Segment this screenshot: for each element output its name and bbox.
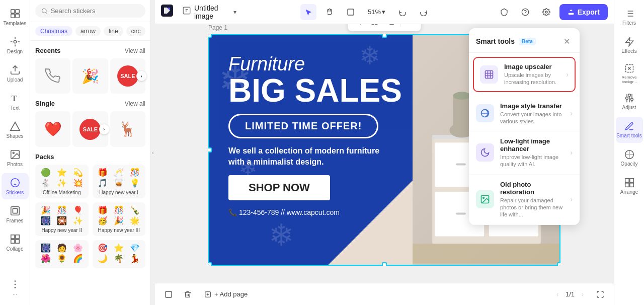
recents-view-all[interactable]: View all bbox=[125, 47, 145, 54]
canvas-title-1: Furniture bbox=[228, 54, 305, 73]
prev-page-btn[interactable]: ‹ bbox=[551, 288, 564, 300]
tag-christmas[interactable]: Christmas bbox=[35, 26, 72, 36]
single-sticker-0[interactable]: ❤️ bbox=[35, 111, 70, 146]
canvas-more-btn[interactable]: ··· bbox=[403, 24, 418, 29]
svg-rect-15 bbox=[11, 240, 14, 243]
smart-tool-low-light-enhancer[interactable]: Low-light image enhancer Improve low-lig… bbox=[469, 131, 580, 175]
smart-tool-image-style-transfer[interactable]: Image style transfer Convert your images… bbox=[469, 96, 580, 132]
svg-rect-11 bbox=[11, 207, 19, 215]
search-box[interactable] bbox=[35, 4, 145, 18]
right-tool-remove-bg[interactable]: Remove backgr... bbox=[616, 60, 643, 87]
old-photo-restoration-desc: Repair your damaged photos or bring them… bbox=[500, 197, 564, 218]
single-view-all[interactable]: View all bbox=[125, 100, 145, 107]
pack-extra-2[interactable]: 🎯⭐💎 🌙🌴💃 bbox=[93, 240, 146, 268]
canvas-grid-btn[interactable] bbox=[367, 24, 382, 29]
tag-arrow[interactable]: arrow bbox=[75, 26, 101, 36]
undo-icon bbox=[398, 8, 407, 16]
app-logo-icon bbox=[161, 5, 173, 17]
svg-rect-80 bbox=[629, 179, 633, 183]
logo[interactable] bbox=[161, 5, 173, 19]
frame-icon bbox=[347, 8, 355, 16]
recents-nav-arrow[interactable]: › bbox=[136, 71, 146, 81]
sidebar-item-collage[interactable]: Collage bbox=[2, 230, 29, 256]
fullscreen-btn[interactable] bbox=[593, 287, 608, 302]
svg-text:T: T bbox=[11, 94, 17, 103]
smart-tool-image-upscaler[interactable]: Image upscaler Upscale images by increas… bbox=[473, 57, 576, 92]
add-page-icon bbox=[204, 291, 211, 298]
right-tool-smart-tools[interactable]: Smart tools bbox=[616, 117, 643, 143]
right-tool-adjust[interactable]: Adjust bbox=[616, 89, 643, 115]
redo-btn[interactable] bbox=[416, 4, 432, 20]
pack-extra-1[interactable]: 🎆🧑🌸 🌺🌻🌈 bbox=[35, 240, 89, 268]
recent-sticker-2[interactable]: SALE › bbox=[110, 58, 145, 94]
image-upscaler-desc: Upscale images by increasing resolution. bbox=[504, 71, 560, 86]
sidebar-item-upload[interactable]: Upload bbox=[2, 60, 29, 87]
export-button[interactable]: Export bbox=[559, 4, 608, 20]
shield-icon-btn[interactable] bbox=[496, 4, 512, 20]
right-tool-filters[interactable]: Filters bbox=[616, 4, 643, 30]
select-tool-btn[interactable] bbox=[300, 4, 316, 20]
tag-line[interactable]: line bbox=[104, 26, 123, 36]
pack-happy-new-year-1[interactable]: 🎁🥂🎊 🎵🥃💡 Happy new year I bbox=[93, 165, 146, 198]
document-chevron-icon[interactable]: ▾ bbox=[233, 9, 236, 16]
zoom-control[interactable]: 51% ▾ bbox=[364, 6, 389, 18]
help-icon bbox=[521, 8, 529, 16]
svg-marker-68 bbox=[625, 38, 633, 46]
single-title: Single bbox=[35, 100, 55, 107]
sidebar-item-text[interactable]: T Text bbox=[2, 89, 29, 115]
frame-tool-btn[interactable] bbox=[343, 4, 359, 20]
right-tool-arrange[interactable]: Arrange bbox=[616, 173, 643, 199]
sidebar-item-templates[interactable]: Templates bbox=[2, 4, 29, 30]
filters-icon bbox=[624, 9, 634, 19]
tag-circ[interactable]: circ bbox=[126, 26, 146, 36]
sidebar-item-shapes[interactable]: Shapes bbox=[2, 117, 29, 143]
document-name[interactable]: Untitled image bbox=[194, 4, 230, 20]
add-page-btn[interactable]: + Add page bbox=[199, 288, 253, 300]
delete-icon bbox=[184, 290, 192, 298]
settings-icon bbox=[542, 8, 550, 16]
page-counter: 1/1 bbox=[566, 290, 575, 298]
filters-label: Filters bbox=[622, 20, 636, 26]
sidebar-item-stickers[interactable]: Stickers bbox=[2, 173, 29, 199]
sticker-content: Recents View all 🎉 SALE › Single View al… bbox=[30, 41, 150, 305]
canvas-copy-btn[interactable] bbox=[383, 24, 398, 29]
sidebar-item-design[interactable]: Design bbox=[2, 32, 29, 58]
help-icon-btn[interactable] bbox=[517, 4, 533, 20]
recent-sticker-1[interactable]: 🎉 bbox=[72, 58, 108, 94]
sidebar-item-upload-label: Upload bbox=[7, 77, 23, 83]
right-tool-opacity[interactable]: Opacity bbox=[616, 145, 643, 171]
smart-tool-old-photo-restoration[interactable]: Old photo restoration Repair your damage… bbox=[469, 175, 580, 225]
search-input[interactable] bbox=[51, 7, 139, 15]
page-options-btn[interactable] bbox=[161, 287, 176, 302]
canvas-title-2: BIG SALES bbox=[228, 74, 402, 107]
recents-section-header: Recents View all bbox=[35, 47, 145, 54]
hand-tool-btn[interactable] bbox=[321, 4, 338, 20]
delete-page-btn[interactable] bbox=[180, 287, 195, 302]
single-sticker-1[interactable]: SALE › bbox=[72, 111, 108, 146]
undo-btn[interactable] bbox=[394, 4, 411, 20]
low-light-enhancer-desc: Improve low-light image quality with AI. bbox=[500, 154, 564, 168]
singles-nav-arrow[interactable]: › bbox=[99, 124, 109, 134]
sidebar-item-frames[interactable]: Frames bbox=[2, 201, 29, 227]
next-page-btn[interactable]: › bbox=[577, 288, 589, 300]
sidebar-item-text-label: Text bbox=[10, 105, 19, 111]
pack-happy-new-year-1-name: Happy new year I bbox=[96, 190, 143, 195]
select-icon bbox=[304, 8, 312, 16]
smart-tools-close-btn[interactable]: ✕ bbox=[560, 35, 573, 47]
pack-offline-marketing[interactable]: 🟢⭐💫 🐇✨💥 Offline Marketing bbox=[35, 165, 89, 198]
pack-happy-new-year-3[interactable]: 🎁🎊🍾 🥳🎉🌟 Happy new year III bbox=[93, 202, 146, 236]
shield-icon bbox=[500, 8, 508, 16]
pack-offline-marketing-name: Offline Marketing bbox=[38, 190, 86, 195]
sidebar-item-more[interactable]: ··· bbox=[2, 275, 29, 301]
sidebar-item-photos[interactable]: Photos bbox=[2, 145, 29, 171]
right-tool-effects[interactable]: Effects bbox=[616, 32, 643, 58]
recent-sticker-0[interactable] bbox=[35, 58, 70, 94]
pack-happy-new-year-2[interactable]: 🎉🎊🎈 🎆🎇✨ Happy new year II bbox=[35, 202, 89, 236]
settings-icon-btn[interactable] bbox=[538, 4, 554, 20]
svg-point-75 bbox=[630, 98, 633, 101]
panel-collapse-bar[interactable]: ‹ bbox=[151, 0, 155, 305]
canvas-crop-btn[interactable] bbox=[351, 24, 366, 29]
single-sticker-2[interactable]: 🦌 bbox=[110, 111, 145, 146]
adjust-label: Adjust bbox=[622, 105, 636, 110]
page-options-icon bbox=[165, 290, 173, 298]
